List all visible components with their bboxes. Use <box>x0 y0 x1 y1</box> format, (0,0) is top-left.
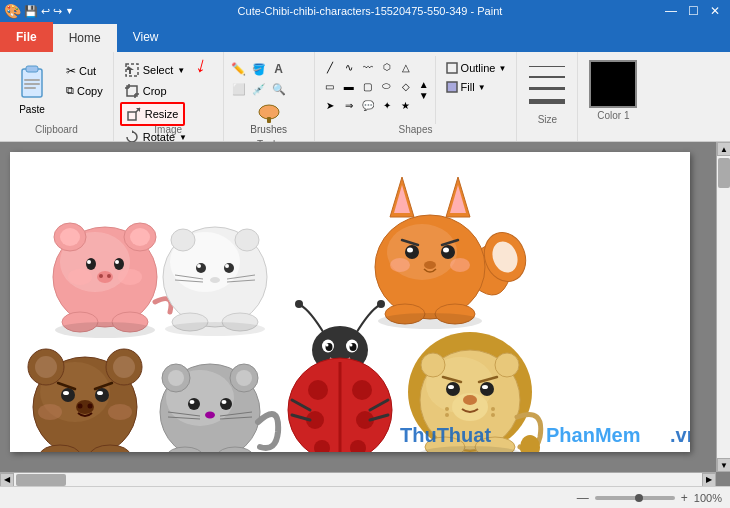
svg-point-32 <box>107 274 111 278</box>
svg-point-87 <box>78 404 83 409</box>
svg-point-42 <box>196 263 206 273</box>
shape-callout[interactable]: 💬 <box>359 96 377 114</box>
image-group: ↓ Select ▼ Crop Resize <box>114 52 224 141</box>
size-line-4[interactable] <box>529 99 565 104</box>
shape-arrow2[interactable]: ⇒ <box>340 96 358 114</box>
shapes-scroll-down[interactable]: ▼ <box>419 90 429 101</box>
horizontal-scrollbar[interactable]: ◀ ▶ <box>0 472 716 486</box>
svg-rect-4 <box>24 87 36 89</box>
shape-rect2[interactable]: ▬ <box>340 77 358 95</box>
shape-ellipse[interactable]: ⬭ <box>378 77 396 95</box>
svg-point-34 <box>118 269 142 285</box>
dropdown-icon[interactable]: ▼ <box>65 6 74 16</box>
paint-logo-icon: 🎨 <box>4 3 21 19</box>
svg-point-150 <box>491 413 495 417</box>
undo-icon[interactable]: ↩ <box>41 5 50 18</box>
resize-button[interactable]: Resize <box>120 102 186 126</box>
shape-line[interactable]: ╱ <box>321 58 339 76</box>
svg-point-16 <box>259 105 279 119</box>
shape-curve[interactable]: ∿ <box>340 58 358 76</box>
size-line-3[interactable] <box>529 87 565 90</box>
shape-polygon[interactable]: ⬡ <box>378 58 396 76</box>
view-tab[interactable]: View <box>117 22 175 52</box>
svg-rect-19 <box>447 82 457 92</box>
select-button[interactable]: Select ▼ <box>120 60 191 80</box>
redo-icon[interactable]: ↪ <box>53 5 62 18</box>
svg-point-88 <box>88 404 93 409</box>
home-tab[interactable]: Home <box>53 22 117 52</box>
outline-button[interactable]: Outline ▼ <box>442 60 511 76</box>
shape-diamond[interactable]: ◇ <box>397 77 415 95</box>
svg-point-142 <box>482 385 488 389</box>
rotate-dropdown-icon: ▼ <box>179 133 187 142</box>
svg-point-77 <box>35 356 57 378</box>
svg-text:ThuThuat: ThuThuat <box>400 424 491 446</box>
vertical-scrollbar[interactable]: ▲ ▼ <box>716 142 730 472</box>
svg-point-73 <box>378 313 482 329</box>
crop-button[interactable]: Crop <box>120 81 172 101</box>
color-swatch[interactable] <box>589 60 637 108</box>
picker-tool[interactable]: 💉 <box>250 80 268 98</box>
fill-button[interactable]: Fill ▼ <box>442 79 511 95</box>
size-line-1[interactable] <box>529 66 565 67</box>
save-icon[interactable]: 💾 <box>24 5 38 18</box>
close-button[interactable]: ✕ <box>704 0 726 22</box>
svg-point-103 <box>222 400 227 404</box>
shapes-scroll-up[interactable]: ▲ <box>419 79 429 90</box>
size-line-2[interactable] <box>529 76 565 78</box>
copy-button[interactable]: ⧉ Copy <box>62 82 107 99</box>
shape-star5[interactable]: ★ <box>397 96 415 114</box>
svg-point-141 <box>448 385 454 389</box>
svg-point-140 <box>480 382 494 396</box>
svg-point-104 <box>205 412 215 419</box>
svg-text:PhanMem: PhanMem <box>546 424 640 446</box>
shape-rounded-rect[interactable]: ▢ <box>359 77 377 95</box>
svg-point-68 <box>424 261 436 269</box>
svg-point-119 <box>326 344 329 347</box>
svg-point-27 <box>114 258 124 270</box>
svg-point-83 <box>97 391 103 395</box>
paste-label: Paste <box>19 104 45 115</box>
maximize-button[interactable]: ☐ <box>682 0 704 22</box>
svg-point-40 <box>171 229 195 251</box>
svg-text:.vn: .vn <box>670 424 690 446</box>
svg-point-81 <box>95 388 109 402</box>
shape-rect[interactable]: ▭ <box>321 77 339 95</box>
file-menu[interactable]: File <box>0 22 53 52</box>
svg-rect-18 <box>447 63 457 73</box>
zoom-in-button[interactable]: + <box>681 491 688 505</box>
svg-point-28 <box>87 260 91 264</box>
shape-freehand[interactable]: 〰 <box>359 58 377 76</box>
minimize-button[interactable]: — <box>660 0 682 22</box>
zoom-tool[interactable]: 🔍 <box>270 80 288 98</box>
paint-canvas[interactable]: ThuThuat PhanMem .vn <box>10 152 690 452</box>
fill-tool[interactable]: 🪣 <box>250 60 268 78</box>
svg-point-79 <box>113 356 135 378</box>
cut-button[interactable]: ✂ Cut <box>62 62 107 80</box>
svg-rect-1 <box>26 66 38 72</box>
zoom-slider[interactable] <box>595 496 675 500</box>
svg-point-70 <box>450 258 470 272</box>
svg-rect-12 <box>128 112 136 120</box>
text-tool[interactable]: A <box>270 60 288 78</box>
clipboard-label: Clipboard <box>6 124 107 138</box>
svg-point-62 <box>405 245 419 259</box>
empty-tool-1 <box>290 60 308 78</box>
canvas-area: ThuThuat PhanMem .vn ▲ ▼ ◀ ▶ <box>0 142 730 486</box>
svg-point-69 <box>390 258 410 272</box>
shape-arrow[interactable]: ➤ <box>321 96 339 114</box>
select-dropdown-icon: ▼ <box>177 66 185 75</box>
brushes-button[interactable]: Brushes <box>230 100 308 139</box>
shape-star4[interactable]: ✦ <box>378 96 396 114</box>
shape-triangle[interactable]: △ <box>397 58 415 76</box>
svg-point-53 <box>165 322 265 336</box>
eraser-tool[interactable]: ⬜ <box>230 80 248 98</box>
svg-point-63 <box>441 245 455 259</box>
svg-point-90 <box>108 404 132 420</box>
svg-point-123 <box>308 380 328 400</box>
pencil-tool[interactable]: ✏️ <box>230 60 248 78</box>
shapes-group: ╱ ∿ 〰 ⬡ △ ▭ ▬ ▢ ⬭ ◇ ➤ ⇒ 💬 ✦ ★ <box>315 52 518 141</box>
svg-point-31 <box>99 274 103 278</box>
zoom-out-button[interactable]: — <box>577 491 589 505</box>
paste-button[interactable]: Paste <box>6 56 58 124</box>
